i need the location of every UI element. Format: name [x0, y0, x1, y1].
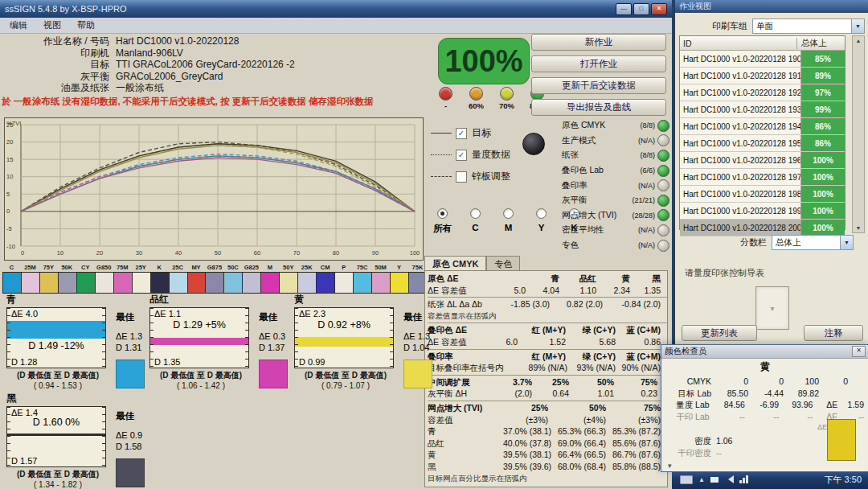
- minimize-button[interactable]: —: [616, 3, 632, 15]
- jobs-window-titlebar[interactable]: 作业视图: [675, 0, 868, 13]
- ink-name: 青: [6, 293, 149, 306]
- status-row: 密度平均性(N/A): [562, 223, 669, 238]
- close-icon[interactable]: ✕: [852, 346, 866, 357]
- close-button[interactable]: ✕: [651, 3, 667, 15]
- job-info-label: 目标: [5, 59, 109, 71]
- action-button[interactable]: 打开作业: [531, 55, 666, 72]
- svg-text:10: 10: [6, 173, 13, 180]
- best-delta-e: ΔE 0.9: [116, 429, 145, 441]
- svg-text:20: 20: [6, 138, 13, 146]
- color-patch: [22, 273, 40, 293]
- expand-icon[interactable]: ▾: [668, 462, 672, 470]
- tray-expand-icon[interactable]: ▲: [698, 476, 705, 483]
- best-label: 最佳: [403, 311, 432, 323]
- network-icon[interactable]: [739, 475, 748, 483]
- best-delta-e: ΔE 1.3: [403, 331, 432, 342]
- tab-primaries-cmyk[interactable]: 原色 CMYK: [424, 256, 486, 272]
- cmyk-y: 100: [784, 376, 819, 388]
- dry-lab-label: 干印 Lab: [663, 411, 710, 423]
- svg-text:20: 20: [96, 249, 103, 257]
- scroll-up-icon[interactable]: ▲: [856, 38, 862, 43]
- metrics-row: 黄39.5% (38.1)66.4% (66.5)86.7% (87.6): [428, 449, 667, 461]
- inspector-titlebar[interactable]: 颜色检查员 ✕: [661, 345, 868, 359]
- svg-text:5: 5: [6, 191, 10, 198]
- status-indicator-icon: [657, 195, 669, 207]
- column-overall: 总体上: [796, 38, 845, 49]
- maximize-button[interactable]: □: [633, 3, 649, 15]
- job-row[interactable]: Hart DC1000 v1.0-20220128 200100%: [680, 220, 845, 236]
- job-row[interactable]: Hart DC1000 v1.0-20220128 196100%: [680, 152, 845, 169]
- status-count: (28/28): [632, 212, 655, 220]
- comments-button[interactable]: 注释: [804, 325, 863, 341]
- svg-text:15: 15: [6, 156, 13, 163]
- colorbar-label: Y: [390, 264, 408, 271]
- job-score-badge: 86%: [800, 118, 845, 134]
- chevron-down-icon[interactable]: ▼: [840, 236, 853, 249]
- taskbar-clock[interactable]: 下午 3:50: [825, 474, 862, 486]
- radio-Y[interactable]: [536, 208, 547, 219]
- measured-lab-label: 量度 Lab: [663, 399, 710, 411]
- print-group-dropdown[interactable]: 单面 ▼: [752, 18, 865, 34]
- flag-icon[interactable]: [710, 477, 719, 483]
- cmyk-k: 0: [819, 376, 848, 388]
- job-row[interactable]: Hart DC1000 v1.0-20220128 198100%: [680, 186, 845, 203]
- chevron-down-icon[interactable]: ▼: [851, 19, 864, 33]
- colorbar-labels: C25M75Y50KCYG85075M25YK25CMYG87550CG825M…: [2, 264, 427, 271]
- action-button[interactable]: 更新干后交读数据: [531, 77, 666, 94]
- score-light-label: 70%: [496, 101, 518, 110]
- score-light-icon: [439, 87, 452, 101]
- checkbox-2[interactable]: [456, 171, 467, 183]
- job-row[interactable]: Hart DC1000 v1.0-20220128 19399%: [680, 101, 845, 118]
- target-a: -4.44: [748, 388, 784, 400]
- chart-legend: ✓目标✓量度数据锌板调整: [431, 122, 559, 187]
- job-info-label: 作业名称 / 号码: [5, 35, 109, 47]
- job-info-label: 印刷机: [5, 47, 109, 60]
- color-patch: [77, 273, 96, 293]
- status-count: (8/8): [640, 121, 655, 129]
- dry-density-value: --: [713, 447, 751, 459]
- job-row[interactable]: Hart DC1000 v1.0-20220128 197100%: [680, 169, 845, 186]
- ink-panel-magenta: 品红ΔE 1.1D 1.29 +5%D 1.35(D 最低值 至 D 最高值)(…: [149, 293, 293, 390]
- main-titlebar[interactable]: ssSIGN 5.4.8 by X-BSP-HPRO — □ ✕: [0, 0, 672, 18]
- job-row[interactable]: Hart DC1000 v1.0-20220128 19189%: [680, 68, 845, 84]
- score-column-dropdown[interactable]: 总体上 ▼: [772, 235, 854, 250]
- jobs-scrollbar[interactable]: ▲ ▼: [852, 35, 865, 233]
- colorbar-label: G875: [205, 264, 223, 271]
- control-strip-thumbnail[interactable]: ▾: [755, 286, 789, 330]
- color-patch: [151, 273, 170, 293]
- checkbox-1[interactable]: ✓: [456, 150, 467, 161]
- radio-M[interactable]: [503, 208, 514, 219]
- job-row[interactable]: Hart DC1000 v1.0-20220128 19586%: [680, 135, 845, 152]
- scroll-down-icon[interactable]: ▼: [856, 225, 862, 231]
- tab-spot-color[interactable]: 专色: [486, 256, 520, 272]
- status-label: 专色: [562, 240, 638, 251]
- radio-所有[interactable]: [437, 208, 448, 219]
- column-id: ID: [680, 39, 796, 48]
- status-count: (N/A): [638, 226, 655, 234]
- metrics-row: 纸张 ΔL Δa Δb-1.85 (3.0)0.82 (2.0)-0.84 (2…: [428, 297, 667, 310]
- status-indicator-icon: [657, 209, 669, 221]
- score-column-value: 总体上: [776, 237, 801, 249]
- density-gauge: ΔE 4.0D 1.49 -12%D 1.28: [6, 307, 106, 368]
- colorbar-label: 50Y: [279, 264, 297, 271]
- menu-item-1[interactable]: 视图: [43, 19, 61, 31]
- keyboard-icon[interactable]: [680, 475, 693, 484]
- ink-name: 品红: [149, 293, 293, 306]
- job-row[interactable]: Hart DC1000 v1.0-20220128 19085%: [680, 51, 845, 68]
- volume-icon[interactable]: [724, 475, 734, 483]
- color-patch: [372, 273, 391, 293]
- colorbar-label: G825: [242, 264, 260, 271]
- job-row[interactable]: Hart DC1000 v1.0-20220128 19297%: [680, 84, 845, 101]
- score-light-label: 60%: [465, 101, 487, 110]
- action-button[interactable]: 导出报告及曲线: [531, 99, 666, 116]
- measurement-device-icon: [522, 133, 545, 155]
- action-button[interactable]: 新作业: [531, 34, 666, 51]
- status-label: 纸张: [562, 150, 640, 161]
- menu-item-2[interactable]: 帮助: [77, 19, 95, 31]
- update-list-button[interactable]: 更新列表: [682, 325, 757, 341]
- checkbox-0[interactable]: ✓: [456, 128, 467, 139]
- job-row[interactable]: Hart DC1000 v1.0-20220128 19486%: [680, 118, 845, 135]
- menu-item-0[interactable]: 编辑: [10, 19, 27, 31]
- job-row[interactable]: Hart DC1000 v1.0-20220128 199100%: [680, 203, 845, 220]
- radio-C[interactable]: [470, 208, 481, 219]
